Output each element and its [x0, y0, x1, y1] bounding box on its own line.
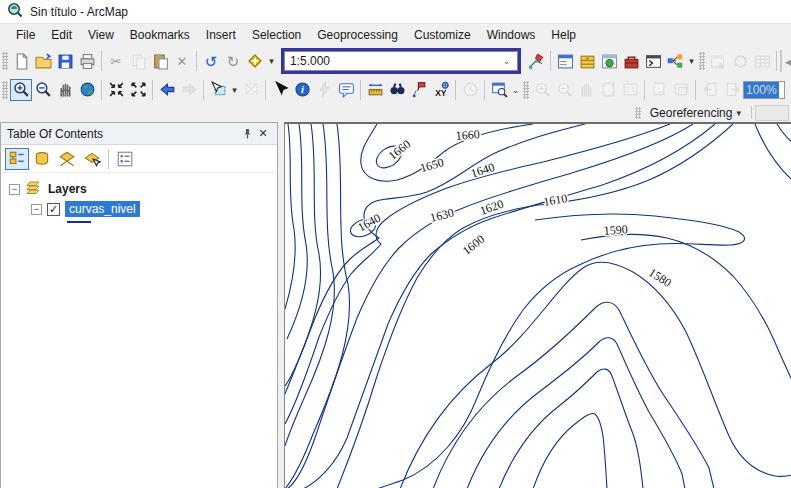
fixed-zoom-in-button[interactable] — [105, 79, 127, 101]
open-button[interactable] — [32, 50, 54, 72]
copy-button[interactable] — [127, 50, 149, 72]
identify-tool[interactable]: i — [291, 79, 313, 101]
menu-bookmarks[interactable]: Bookmarks — [122, 25, 198, 45]
full-extent-button[interactable] — [76, 79, 98, 101]
go-forward-extent-button[interactable] — [178, 79, 200, 101]
menu-windows[interactable]: Windows — [479, 25, 544, 45]
clear-selection-button[interactable] — [240, 79, 262, 101]
save-button[interactable] — [54, 50, 76, 72]
select-elements-tool[interactable] — [269, 79, 291, 101]
toolbar-overflow-chevron[interactable]: ▾ — [686, 56, 697, 66]
menu-selection[interactable]: Selection — [244, 25, 309, 45]
list-by-selection-button[interactable] — [80, 148, 104, 170]
paste-button[interactable] — [149, 50, 171, 72]
add-data-button[interactable] — [244, 50, 266, 72]
hyperlink-tool[interactable] — [313, 79, 335, 101]
menu-edit[interactable]: Edit — [43, 25, 80, 45]
contour-line — [777, 124, 791, 142]
table-button[interactable] — [751, 50, 773, 72]
zoom-in-page-button[interactable] — [531, 79, 553, 101]
collapse-icon[interactable]: − — [9, 184, 20, 195]
layer-line-symbol[interactable] — [67, 221, 91, 223]
menu-insert[interactable]: Insert — [198, 25, 244, 45]
toc-options-button[interactable] — [113, 148, 137, 170]
pan-tool[interactable] — [54, 79, 76, 101]
menu-view[interactable]: View — [80, 25, 122, 45]
pin-icon[interactable] — [239, 126, 255, 142]
menu-help[interactable]: Help — [543, 25, 584, 45]
contour-line — [287, 124, 693, 488]
zoom-out-tool[interactable] — [32, 79, 54, 101]
find-tool[interactable] — [386, 79, 408, 101]
delete-button[interactable]: ✕ — [171, 50, 193, 72]
content-area: Table Of Contents ✕ − Layers − ✓ curvas_… — [0, 122, 791, 488]
new-document-button[interactable] — [10, 50, 32, 72]
related-tables-button[interactable] — [729, 50, 751, 72]
georeferencing-layer-combobox[interactable] — [755, 105, 789, 121]
contour-line — [467, 338, 685, 488]
focus-dataframe-button[interactable] — [670, 79, 692, 101]
html-popup-tool[interactable] — [335, 79, 357, 101]
cut-button[interactable]: ✂ — [105, 50, 127, 72]
measure-tool[interactable] — [364, 79, 386, 101]
map-scale-value: 1:5.000 — [290, 54, 330, 68]
toolbar-grip[interactable] — [635, 107, 641, 119]
chevron-down-icon[interactable]: ⌄ — [501, 56, 512, 66]
undo-button[interactable]: ↺ — [200, 50, 222, 72]
modelbuilder-button[interactable] — [664, 50, 686, 72]
map-canvas[interactable]: 1660166016501640163016201610164016001590… — [284, 122, 791, 488]
redo-button[interactable]: ↻ — [222, 50, 244, 72]
list-by-drawing-order-button[interactable] — [5, 148, 29, 170]
next-page-button[interactable] — [721, 79, 743, 101]
print-button[interactable] — [76, 50, 98, 72]
close-icon[interactable]: ✕ — [255, 126, 271, 142]
separator — [265, 80, 266, 100]
move-first-button[interactable]: ◀ — [780, 50, 791, 72]
time-slider-button[interactable] — [459, 79, 481, 101]
toc-tree: − Layers − ✓ curvas_nivel — [1, 173, 277, 223]
search-window-button[interactable] — [598, 50, 620, 72]
attributes-button[interactable] — [707, 50, 729, 72]
zoom-out-page-button[interactable] — [553, 79, 575, 101]
map-scale-combobox[interactable]: 1:5.000 ⌄ — [284, 51, 518, 71]
georeferencing-menu-button[interactable]: Georeferencing ▾ — [643, 104, 748, 122]
zoom-100-button[interactable]: 1:1 — [619, 79, 641, 101]
collapse-icon[interactable]: − — [31, 204, 42, 215]
go-to-xy-tool[interactable]: XY — [430, 79, 452, 101]
add-data-dropdown[interactable]: ▾ — [266, 56, 277, 66]
list-by-visibility-button[interactable] — [55, 148, 79, 170]
select-features-dropdown[interactable]: ▾ — [229, 85, 240, 95]
page-zoom-field[interactable]: 100% — [743, 81, 785, 99]
go-back-extent-button[interactable] — [156, 79, 178, 101]
list-by-source-button[interactable] — [30, 148, 54, 170]
arctoolbox-button[interactable] — [620, 50, 642, 72]
find-route-tool[interactable] — [408, 79, 430, 101]
layer-visibility-checkbox[interactable]: ✓ — [47, 203, 60, 216]
toc-toolbar — [1, 145, 277, 173]
toggle-draft-mode-button[interactable] — [648, 79, 670, 101]
table-of-contents-window-button[interactable] — [554, 50, 576, 72]
toolbar-grip[interactable] — [2, 81, 8, 99]
pan-page-button[interactable] — [575, 79, 597, 101]
previous-page-button[interactable] — [699, 79, 721, 101]
toolbar-grip[interactable] — [699, 52, 705, 70]
svg-text:i: i — [301, 84, 304, 95]
python-window-button[interactable] — [642, 50, 664, 72]
select-features-tool[interactable] — [207, 79, 229, 101]
zoom-whole-page-button[interactable] — [597, 79, 619, 101]
zoom-in-tool[interactable] — [10, 79, 32, 101]
menu-geoprocessing[interactable]: Geoprocessing — [309, 25, 406, 45]
menu-customize[interactable]: Customize — [406, 25, 479, 45]
arcmap-app-icon — [7, 2, 23, 21]
layer-node[interactable]: − ✓ curvas_nivel — [9, 199, 277, 219]
fixed-zoom-out-button[interactable] — [127, 79, 149, 101]
menu-file[interactable]: File — [8, 25, 43, 45]
toolbar-grip[interactable] — [2, 52, 8, 70]
create-viewer-window-button[interactable] — [488, 79, 510, 101]
layer-name[interactable]: curvas_nivel — [65, 201, 140, 217]
layers-node[interactable]: − Layers — [9, 179, 277, 199]
toolbar-grip[interactable] — [523, 81, 529, 99]
catalog-button[interactable] — [576, 50, 598, 72]
toolbar-overflow-chevron[interactable]: ⌄ — [510, 85, 521, 95]
editor-sketch-button[interactable] — [525, 50, 547, 72]
